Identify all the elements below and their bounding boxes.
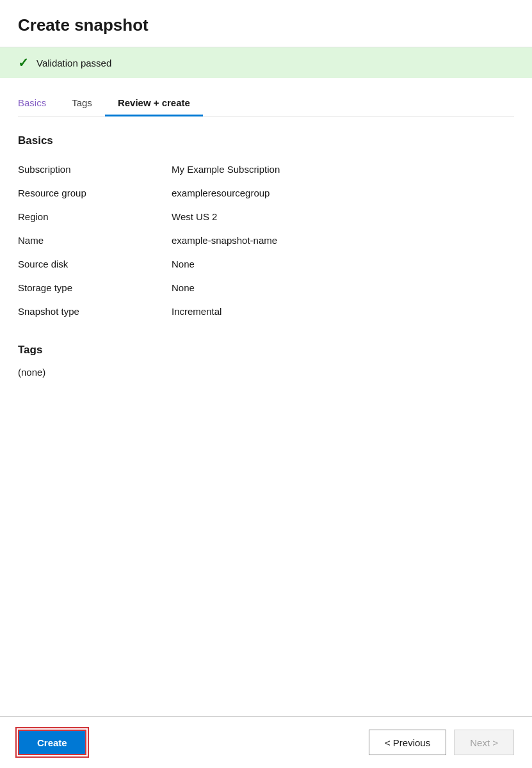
next-button: Next >: [454, 730, 514, 755]
table-row: Name example-snapshot-name: [18, 228, 514, 252]
subscription-value: My Example Subscription: [159, 157, 514, 181]
table-row: Snapshot type Incremental: [18, 300, 514, 323]
table-row: Source disk None: [18, 252, 514, 276]
validation-check-icon: ✓: [18, 56, 29, 69]
previous-button[interactable]: < Previous: [369, 730, 446, 755]
page-header: Create snapshot: [0, 0, 532, 47]
snapshot-type-value: Incremental: [159, 300, 514, 323]
source-disk-label: Source disk: [18, 252, 159, 276]
validation-text: Validation passed: [36, 58, 111, 68]
footer: Create < Previous Next >: [0, 716, 532, 768]
source-disk-value: None: [159, 252, 514, 276]
storage-type-value: None: [159, 276, 514, 300]
name-value: example-snapshot-name: [159, 228, 514, 252]
page-title: Create snapshot: [18, 15, 514, 35]
page-container: Create snapshot ✓ Validation passed Basi…: [0, 0, 532, 768]
tabs-container: Basics Tags Review + create: [0, 78, 532, 116]
table-row: Subscription My Example Subscription: [18, 157, 514, 181]
basics-table: Subscription My Example Subscription Res…: [18, 157, 514, 323]
main-content: Basics Subscription My Example Subscript…: [0, 116, 532, 716]
tab-tags[interactable]: Tags: [59, 91, 105, 116]
tab-review-create[interactable]: Review + create: [105, 91, 203, 116]
table-row: Region West US 2: [18, 205, 514, 228]
region-label: Region: [18, 205, 159, 228]
subscription-label: Subscription: [18, 157, 159, 181]
tabs: Basics Tags Review + create: [18, 91, 514, 116]
basics-section: Basics Subscription My Example Subscript…: [18, 134, 514, 323]
storage-type-label: Storage type: [18, 276, 159, 300]
basics-heading: Basics: [18, 134, 514, 147]
tags-section: Tags (none): [18, 344, 514, 378]
validation-bar: ✓ Validation passed: [0, 47, 532, 78]
resource-group-label: Resource group: [18, 181, 159, 205]
table-row: Resource group exampleresourcegroup: [18, 181, 514, 205]
snapshot-type-label: Snapshot type: [18, 300, 159, 323]
resource-group-value: exampleresourcegroup: [159, 181, 514, 205]
tags-heading: Tags: [18, 344, 514, 356]
tags-value: (none): [18, 367, 514, 378]
region-value: West US 2: [159, 205, 514, 228]
table-row: Storage type None: [18, 276, 514, 300]
create-button[interactable]: Create: [18, 730, 86, 755]
tab-basics[interactable]: Basics: [18, 91, 59, 116]
name-label: Name: [18, 228, 159, 252]
